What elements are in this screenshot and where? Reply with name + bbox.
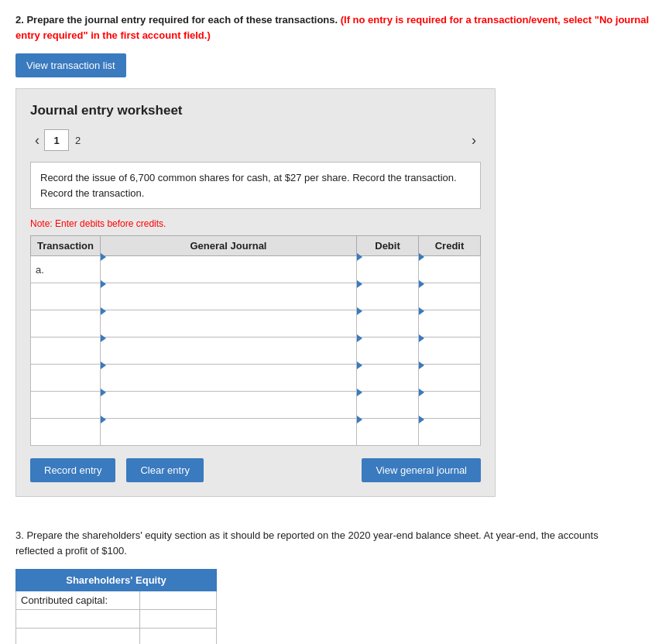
equity-value-input[interactable] <box>140 629 216 644</box>
general-journal-input[interactable] <box>101 371 356 397</box>
debit-input[interactable] <box>357 371 418 397</box>
debit-indicator-icon <box>357 389 362 396</box>
equity-label-cell <box>16 610 140 629</box>
debit-input[interactable] <box>357 317 418 343</box>
credit-indicator-icon <box>419 307 424 315</box>
row-indicator-icon <box>101 361 106 369</box>
debit-indicator-icon <box>357 361 362 369</box>
equity-value-input[interactable] <box>140 610 216 628</box>
row-indicator-icon <box>101 389 106 396</box>
table-row <box>31 283 101 310</box>
debit-input[interactable] <box>357 289 418 316</box>
debit-indicator-icon <box>357 253 362 261</box>
col-header-credit: Credit <box>419 236 481 256</box>
credit-indicator-icon <box>419 389 424 396</box>
prev-page-button[interactable]: ‹ <box>30 132 44 149</box>
row-indicator-icon <box>101 280 106 288</box>
note-text: Note: Enter debits before credits. <box>30 218 481 229</box>
page-navigation: ‹ 1 2 › <box>30 129 481 151</box>
row-indicator-icon <box>101 334 106 342</box>
next-page-number: 2 <box>69 133 87 148</box>
next-page-button[interactable]: › <box>467 132 481 149</box>
record-entry-button[interactable]: Record entry <box>30 458 115 482</box>
debit-input[interactable] <box>357 344 418 370</box>
table-row <box>31 310 101 337</box>
instruction-3: 3. Prepare the shareholders' equity sect… <box>15 528 635 558</box>
journal-entry-worksheet: Journal entry worksheet ‹ 1 2 › Record t… <box>15 88 496 497</box>
general-journal-input[interactable] <box>101 317 356 343</box>
general-journal-input[interactable] <box>101 262 356 289</box>
col-header-transaction: Transaction <box>31 236 101 256</box>
general-journal-input[interactable] <box>101 425 356 451</box>
debit-indicator-icon <box>357 280 362 288</box>
credit-indicator-icon <box>419 334 424 342</box>
credit-input[interactable] <box>419 371 480 397</box>
table-row <box>31 337 101 365</box>
table-row <box>31 365 101 392</box>
credit-input[interactable] <box>419 317 480 343</box>
credit-indicator-icon <box>419 361 424 369</box>
credit-indicator-icon <box>419 253 424 261</box>
general-journal-input[interactable] <box>101 398 356 424</box>
credit-input[interactable] <box>419 425 480 451</box>
credit-input[interactable] <box>419 398 480 424</box>
equity-label-cell: Contributed capital: <box>16 591 140 610</box>
col-header-debit: Debit <box>357 236 419 256</box>
transaction-description: Record the issue of 6,700 common shares … <box>30 162 481 209</box>
equity-label-cell <box>16 629 140 645</box>
row-indicator-icon <box>101 253 106 261</box>
action-buttons-row: Record entry Clear entry View general jo… <box>30 458 481 482</box>
debit-input[interactable] <box>357 425 418 451</box>
journal-table: Transaction General Journal Debit Credit… <box>30 235 481 446</box>
clear-entry-button[interactable]: Clear entry <box>126 458 204 482</box>
row-indicator-icon <box>101 416 106 423</box>
view-general-journal-button[interactable]: View general journal <box>362 458 481 482</box>
table-row <box>31 419 101 446</box>
table-row: a. <box>31 256 101 283</box>
credit-indicator-icon <box>419 280 424 288</box>
debit-input[interactable] <box>357 262 418 289</box>
row-indicator-icon <box>101 307 106 315</box>
worksheet-title: Journal entry worksheet <box>30 103 481 118</box>
debit-indicator-icon <box>357 334 362 342</box>
credit-indicator-icon <box>419 416 424 423</box>
view-transaction-list-button[interactable]: View transaction list <box>15 53 126 77</box>
general-journal-input[interactable] <box>101 344 356 370</box>
general-journal-input[interactable] <box>101 289 356 316</box>
debit-indicator-icon <box>357 416 362 423</box>
debit-input[interactable] <box>357 398 418 424</box>
debit-indicator-icon <box>357 307 362 315</box>
credit-input[interactable] <box>419 344 480 370</box>
instruction-2: 2. Prepare the journal entry required fo… <box>15 12 654 43</box>
current-page-box: 1 <box>44 129 69 151</box>
credit-input[interactable] <box>419 262 480 289</box>
equity-table-header: Shareholders' Equity <box>16 570 217 591</box>
col-header-general-journal: General Journal <box>101 236 357 256</box>
table-row <box>31 392 101 419</box>
credit-input[interactable] <box>419 289 480 316</box>
equity-table: Shareholders' Equity Contributed capital… <box>15 569 217 644</box>
